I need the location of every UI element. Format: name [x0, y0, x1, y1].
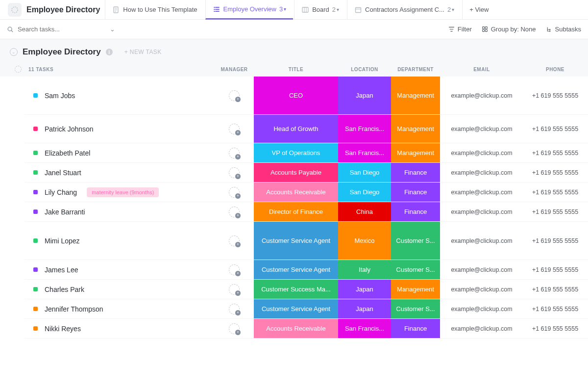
location-cell[interactable]: Japan: [338, 280, 391, 299]
select-all-circle[interactable]: [15, 66, 22, 73]
table-row[interactable]: James LeeCustomer Service AgentItalyCust…: [24, 260, 588, 280]
title-cell[interactable]: CEO: [254, 77, 338, 114]
email-cell[interactable]: example@clickup.com: [440, 280, 523, 299]
task-name[interactable]: Elizabeth Patel: [45, 149, 90, 157]
title-cell[interactable]: VP of Operations: [254, 143, 338, 162]
task-name[interactable]: Mimi Lopez: [45, 237, 80, 245]
table-row[interactable]: Mimi LopezCustomer Service AgentMexicoCu…: [24, 222, 588, 260]
status-square[interactable]: [33, 190, 38, 194]
department-cell[interactable]: Management: [391, 77, 440, 114]
title-cell[interactable]: Head of Growth: [254, 115, 338, 143]
manager-cell[interactable]: [215, 163, 254, 182]
email-cell[interactable]: example@clickup.com: [440, 183, 523, 202]
department-cell[interactable]: Finance: [391, 163, 440, 182]
status-square[interactable]: [33, 238, 38, 243]
subtasks-button[interactable]: Subtasks: [546, 26, 581, 33]
location-cell[interactable]: San Diego: [338, 183, 391, 202]
table-row[interactable]: Jake BarrantiDirector of FinanceChinaFin…: [24, 202, 588, 222]
status-square[interactable]: [33, 127, 38, 131]
task-name[interactable]: Patrick Johnson: [45, 125, 94, 133]
assign-avatar-icon[interactable]: [229, 264, 240, 275]
email-cell[interactable]: example@clickup.com: [440, 299, 523, 318]
col-title[interactable]: TITLE: [254, 67, 338, 72]
search-input[interactable]: [18, 26, 96, 33]
email-cell[interactable]: example@clickup.com: [440, 202, 523, 221]
phone-cell[interactable]: +1 619 555 5555: [523, 260, 587, 279]
title-cell[interactable]: Customer Service Agent: [254, 299, 338, 318]
tab-count[interactable]: 3▾: [279, 5, 286, 13]
col-manager[interactable]: MANAGER: [215, 67, 254, 72]
status-square[interactable]: [33, 170, 38, 175]
title-cell[interactable]: Customer Service Agent: [254, 260, 338, 279]
assign-avatar-icon[interactable]: [229, 284, 240, 295]
manager-cell[interactable]: [215, 115, 254, 143]
manager-cell[interactable]: [215, 143, 254, 162]
email-cell[interactable]: example@clickup.com: [440, 163, 523, 182]
collapse-icon[interactable]: ⌄: [10, 48, 18, 56]
status-square[interactable]: [33, 267, 38, 272]
location-cell[interactable]: Japan: [338, 77, 391, 114]
title-cell[interactable]: Director of Finance: [254, 202, 338, 221]
title-cell[interactable]: Customer Success Ma...: [254, 280, 338, 299]
table-row[interactable]: Patrick JohnsonHead of GrowthSan Francis…: [24, 115, 588, 143]
manager-cell[interactable]: [215, 319, 254, 338]
table-row[interactable]: Charles ParkCustomer Success Ma...JapanM…: [24, 280, 588, 299]
title-cell[interactable]: Accounts Receivable: [254, 183, 338, 202]
table-row[interactable]: Sam JobsCEOJapanManagementexample@clicku…: [24, 77, 588, 115]
status-square[interactable]: [33, 307, 38, 311]
assign-avatar-icon[interactable]: [229, 207, 240, 217]
task-name[interactable]: Jake Barranti: [45, 208, 85, 216]
add-view-button[interactable]: + View: [462, 0, 495, 20]
email-cell[interactable]: example@clickup.com: [440, 222, 523, 260]
tag-pill[interactable]: maternity leave (9months): [87, 187, 159, 197]
status-square[interactable]: [33, 210, 38, 214]
phone-cell[interactable]: +1 619 555 5555: [523, 202, 587, 221]
department-cell[interactable]: Customer S...: [391, 299, 440, 318]
department-cell[interactable]: Finance: [391, 202, 440, 221]
assign-avatar-icon[interactable]: [229, 90, 240, 101]
tab-contractors[interactable]: Contractors Assignment C... 2▾: [347, 0, 461, 20]
location-cell[interactable]: China: [338, 202, 391, 221]
location-cell[interactable]: San Francis...: [338, 115, 391, 143]
manager-cell[interactable]: [215, 77, 254, 114]
group-by-button[interactable]: Group by: None: [482, 26, 536, 33]
email-cell[interactable]: example@clickup.com: [440, 319, 523, 338]
tab-how-to-use[interactable]: How to Use This Template: [105, 0, 204, 20]
title-cell[interactable]: Customer Service Agent: [254, 222, 338, 260]
location-cell[interactable]: San Diego: [338, 163, 391, 182]
col-department[interactable]: DEPARTMENT: [391, 67, 440, 72]
phone-cell[interactable]: +1 619 555 5555: [523, 115, 587, 143]
col-phone[interactable]: PHONE: [523, 67, 587, 72]
email-cell[interactable]: example@clickup.com: [440, 260, 523, 279]
table-row[interactable]: Nikki ReyesAccounts ReceivableSan Franci…: [24, 319, 588, 339]
tab-board[interactable]: Board 2▾: [294, 0, 346, 20]
status-square[interactable]: [33, 93, 38, 98]
department-cell[interactable]: Customer S...: [391, 222, 440, 260]
new-task-button[interactable]: + NEW TASK: [124, 49, 162, 55]
assign-avatar-icon[interactable]: [229, 304, 240, 315]
search-chevron-icon[interactable]: ⌄: [110, 26, 115, 33]
table-row[interactable]: Janel StuartAccounts PayableSan DiegoFin…: [24, 163, 588, 183]
table-row[interactable]: Jennifer ThompsonCustomer Service AgentJ…: [24, 299, 588, 319]
table-row[interactable]: Lily Changmaternity leave (9months)Accou…: [24, 183, 588, 202]
phone-cell[interactable]: +1 619 555 5555: [523, 77, 587, 114]
manager-cell[interactable]: [215, 280, 254, 299]
table-row[interactable]: Elizabeth PatelVP of OperationsSan Franc…: [24, 143, 588, 163]
assign-avatar-icon[interactable]: [229, 124, 240, 134]
department-cell[interactable]: Customer S...: [391, 260, 440, 279]
manager-cell[interactable]: [215, 202, 254, 221]
location-cell[interactable]: Mexico: [338, 222, 391, 260]
email-cell[interactable]: example@clickup.com: [440, 77, 523, 114]
manager-cell[interactable]: [215, 299, 254, 318]
department-cell[interactable]: Finance: [391, 319, 440, 338]
task-name[interactable]: Jennifer Thompson: [45, 305, 103, 313]
tab-count[interactable]: 2▾: [332, 6, 339, 13]
phone-cell[interactable]: +1 619 555 5555: [523, 163, 587, 182]
status-square[interactable]: [33, 287, 38, 291]
assign-avatar-icon[interactable]: [229, 236, 240, 246]
phone-cell[interactable]: +1 619 555 5555: [523, 299, 587, 318]
task-name[interactable]: Charles Park: [45, 286, 84, 293]
phone-cell[interactable]: +1 619 555 5555: [523, 280, 587, 299]
task-name[interactable]: Nikki Reyes: [45, 325, 81, 333]
department-cell[interactable]: Management: [391, 280, 440, 299]
